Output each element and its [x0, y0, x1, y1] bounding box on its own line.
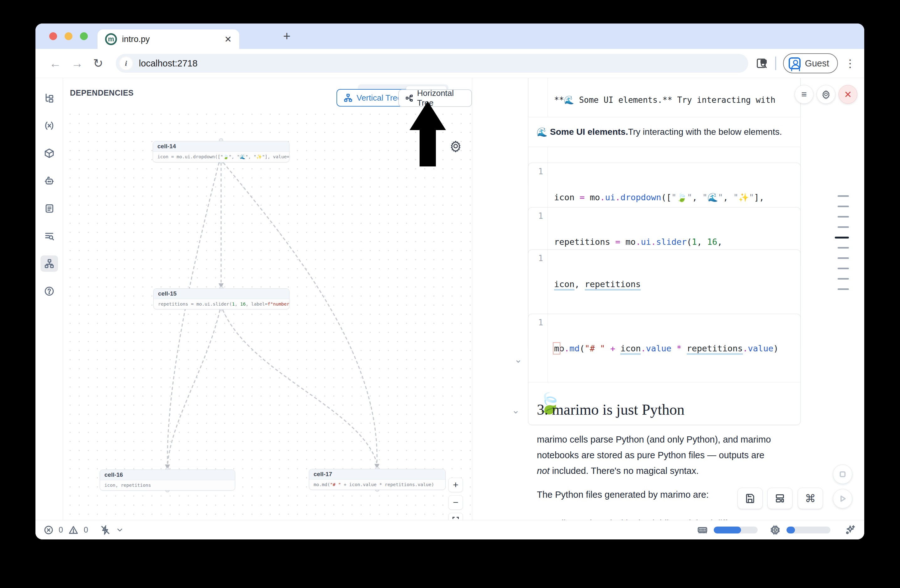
profile-name: Guest [805, 58, 829, 69]
robot-icon [44, 175, 54, 186]
graph-node-cell-14[interactable]: cell-14 icon = mo.ui.dropdown(["🍃", "🌊",… [153, 141, 289, 162]
sidebar-item-logs[interactable] [40, 200, 58, 217]
tab-close-icon[interactable]: ✕ [225, 34, 232, 45]
minimap-dash[interactable] [838, 226, 849, 228]
cell-settings-button[interactable] [816, 85, 835, 104]
collapse-chevron-icon[interactable]: ⌄ [514, 354, 522, 365]
url-bar[interactable]: i localhost:2718 [116, 54, 748, 73]
browser-menu-icon[interactable]: ⋮ [845, 57, 855, 70]
new-tab-button[interactable]: + [283, 31, 290, 41]
fullscreen-icon [452, 516, 460, 520]
browser-tab[interactable]: m intro.py ✕ [98, 29, 239, 49]
minimap-dash[interactable] [838, 257, 849, 259]
package-cube-icon [44, 148, 54, 159]
graph-settings-button[interactable] [449, 140, 462, 153]
zoom-out-button[interactable]: − [448, 495, 463, 510]
sidebar-item-help[interactable] [40, 283, 58, 299]
fit-view-button[interactable] [448, 513, 463, 520]
minimap-dash[interactable] [838, 206, 849, 207]
md-rest-text: Try interacting with the below elements. [628, 127, 782, 137]
app-sidebar-rail [36, 78, 63, 520]
errors-icon[interactable] [43, 525, 54, 535]
shutdown-button[interactable]: ✕ [838, 85, 857, 104]
code-line[interactable]: repetitions = mo.ui.slider(1, 16, [554, 236, 799, 248]
url-text[interactable]: localhost:2718 [139, 58, 197, 69]
markdown-output: 🌊 Some UI elements. Try interacting with… [528, 117, 801, 147]
sidebar-item-dependencies[interactable] [40, 255, 58, 272]
profile-button[interactable]: Guest [783, 53, 838, 73]
forward-icon[interactable]: → [71, 57, 83, 70]
node-title: cell-14 [153, 141, 289, 152]
errors-count: 0 [59, 525, 63, 534]
sidebar-item-snippets[interactable] [40, 228, 58, 244]
cpu-icon [770, 525, 781, 535]
dependency-graph-icon [44, 258, 54, 269]
horizontal-tree-label: Horizontal Tree [417, 88, 465, 108]
node-code: mo.md("# " + icon.value * repetitions.va… [309, 480, 445, 490]
status-bar: 0 0 [36, 520, 864, 539]
chevron-down-icon[interactable] [116, 526, 124, 534]
horizontal-tree-button[interactable]: Horizontal Tree [398, 89, 472, 107]
minimap-dash[interactable] [838, 268, 849, 269]
save-icon [745, 493, 756, 504]
shortcuts-button[interactable]: ⌘ [798, 488, 823, 509]
close-window-button[interactable] [49, 32, 57, 40]
autorun-disabled-icon[interactable] [100, 525, 111, 535]
reload-icon[interactable]: ↻ [93, 56, 103, 70]
paragraph-text: included. There's no magical syntax. [549, 466, 699, 476]
sidebar-item-ai-assistant[interactable] [40, 173, 58, 189]
site-info-icon[interactable]: i [119, 56, 133, 71]
file-tree-icon [44, 93, 54, 104]
minimap-dash-active[interactable] [835, 237, 849, 238]
code-line[interactable]: mo.md("# " + icon.value * repetitions.va… [554, 342, 799, 354]
browser-window: m intro.py ✕ + ← → ↻ i localhost:2718 Gu… [36, 23, 864, 539]
paragraph-emphasis: not [537, 466, 549, 476]
play-icon [838, 494, 847, 503]
save-button[interactable] [737, 488, 763, 509]
drag-menu-button[interactable]: ≡ [794, 85, 813, 104]
help-icon [44, 286, 54, 297]
graph-node-cell-15[interactable]: cell-15 repetitions = mo.ui.slider(1, 16… [154, 288, 289, 309]
minimap-dash[interactable] [838, 216, 849, 218]
zoom-in-button[interactable]: + [448, 478, 463, 492]
code-line[interactable]: icon, repetitions [554, 278, 799, 290]
stop-button[interactable] [833, 464, 852, 484]
stop-icon [838, 469, 847, 479]
section-chevron-icon[interactable]: ⌄ [512, 405, 520, 416]
vertical-tree-label: Vertical Tree [357, 93, 402, 103]
node-title: cell-16 [100, 470, 235, 480]
memory-usage-bar [714, 526, 758, 534]
sidebar-item-file-explorer[interactable] [40, 90, 58, 106]
minimap-dash[interactable] [838, 195, 849, 197]
back-icon[interactable]: ← [49, 57, 61, 70]
run-button[interactable] [833, 489, 852, 508]
graph-node-cell-16[interactable]: cell-16 icon, repetitions [100, 469, 235, 491]
minimap-dash[interactable] [838, 247, 849, 249]
maximize-window-button[interactable] [80, 32, 88, 40]
warnings-count: 0 [84, 525, 88, 534]
minimap-dash[interactable] [838, 278, 849, 280]
warnings-icon[interactable] [68, 525, 79, 535]
sidebar-item-packages[interactable] [40, 145, 58, 161]
line-number: 1 [528, 314, 548, 382]
marimo-logo-icon: m [105, 33, 117, 45]
layout-button[interactable] [767, 488, 793, 509]
gear-icon [449, 140, 462, 152]
notebook-area: 1 **🌊 Some UI elements.** Try interactin… [472, 78, 864, 520]
graph-canvas[interactable]: cell-14 icon = mo.ui.dropdown(["🍃", "🌊",… [63, 108, 472, 520]
code-line[interactable]: **🌊 Some UI elements.** Try interacting … [554, 94, 799, 106]
section-paragraph: marimo cells parse Python (and only Pyth… [537, 432, 775, 479]
vertical-tree-button[interactable]: Vertical Tree [337, 89, 409, 107]
code-line[interactable]: icon = mo.ui.dropdown(["🍃", "🌊", "✨"], [554, 191, 799, 203]
section-heading: 3. marimo is just Python [537, 401, 684, 418]
browser-toolbar: ← → ↻ i localhost:2718 Guest ⋮ [36, 49, 864, 78]
memory-usage-fill [714, 526, 741, 534]
tab-title: intro.py [122, 34, 225, 44]
horizontal-tree-icon [405, 93, 413, 103]
minimize-window-button[interactable] [65, 32, 73, 40]
graph-node-cell-17[interactable]: cell-17 mo.md("# " + icon.value * repeti… [309, 469, 445, 490]
search-tabs-icon[interactable] [756, 57, 768, 70]
sidebar-item-variables[interactable] [40, 118, 58, 134]
ai-sparkle-icon[interactable] [844, 524, 856, 536]
minimap-dash[interactable] [838, 288, 849, 290]
